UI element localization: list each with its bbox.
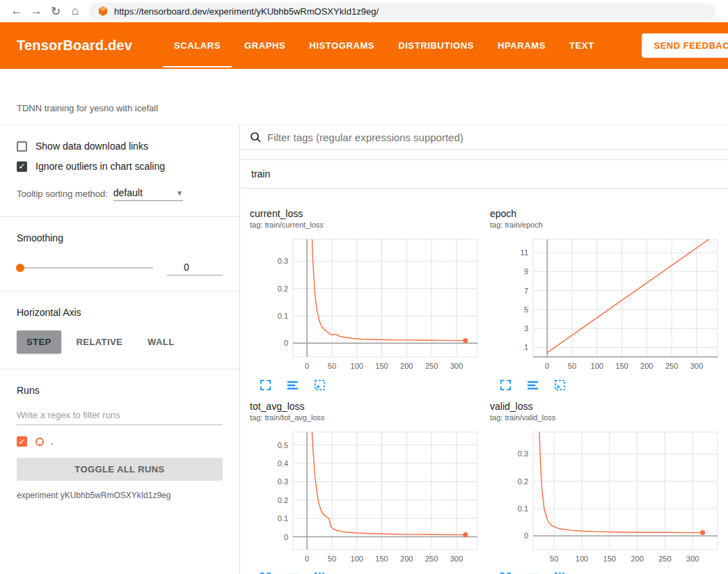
- svg-text:100: 100: [591, 362, 603, 370]
- smoothing-slider[interactable]: [17, 267, 153, 269]
- svg-text:200: 200: [640, 362, 653, 370]
- chart-title: current_loss: [250, 208, 483, 219]
- tag-filter-row: [240, 125, 728, 150]
- svg-text:250: 250: [665, 362, 678, 370]
- nav-tabs: SCALARS GRAPHS HISTOGRAMS DISTRIBUTIONS …: [163, 22, 607, 69]
- svg-text:150: 150: [375, 555, 388, 563]
- tooltip-sorting-dropdown[interactable]: default ▼: [113, 187, 183, 201]
- chart-card: valid_loss tag: train/valid_loss 5010015…: [490, 401, 723, 574]
- svg-text:0.3: 0.3: [278, 257, 288, 265]
- line-chart[interactable]: 0501001502002503001357911: [490, 236, 723, 375]
- svg-text:0: 0: [305, 362, 309, 370]
- settings-sidebar: Show data download links ✓ Ignore outlie…: [0, 125, 240, 574]
- url-text: https://tensorboard.dev/experiment/yKUbh…: [114, 6, 379, 17]
- show-download-links-checkbox[interactable]: Show data download links: [17, 141, 223, 152]
- reload-icon[interactable]: ↻: [46, 4, 65, 19]
- svg-text:50: 50: [328, 555, 336, 563]
- fit-domain-icon[interactable]: [314, 379, 326, 391]
- home-icon[interactable]: ⌂: [65, 4, 85, 18]
- svg-text:150: 150: [615, 362, 628, 370]
- fit-domain-icon[interactable]: [554, 379, 566, 391]
- tag-filter-input[interactable]: [267, 131, 718, 143]
- back-icon[interactable]: ←: [7, 4, 26, 18]
- tab-distributions[interactable]: DISTRIBUTIONS: [387, 22, 485, 69]
- tensorboard-favicon: [97, 6, 109, 17]
- runs-filter-input[interactable]: [17, 406, 223, 425]
- address-bar[interactable]: https://tensorboard.dev/experiment/yKUbh…: [89, 3, 715, 19]
- slider-thumb[interactable]: [16, 264, 24, 272]
- svg-text:0.1: 0.1: [278, 312, 288, 320]
- chart-tag: tag: train/current_loss: [250, 221, 483, 229]
- tensorboard-logo[interactable]: TensorBoard.dev: [17, 38, 132, 54]
- svg-text:0: 0: [524, 532, 528, 540]
- app-header: TensorBoard.dev SCALARS GRAPHS HISTOGRAM…: [0, 22, 728, 69]
- svg-text:0.3: 0.3: [518, 449, 528, 458]
- tab-text[interactable]: TEXT: [558, 22, 606, 69]
- runs-label: Runs: [17, 385, 223, 396]
- svg-text:0: 0: [545, 362, 549, 370]
- svg-text:0: 0: [284, 339, 288, 347]
- svg-text:250: 250: [658, 555, 671, 563]
- send-feedback-button[interactable]: SEND FEEDBACK: [642, 33, 728, 58]
- svg-text:250: 250: [425, 555, 438, 563]
- chevron-down-icon: ▼: [176, 189, 183, 197]
- expand-chart-icon[interactable]: [260, 379, 271, 391]
- svg-text:11: 11: [521, 248, 528, 257]
- checkbox-label: Ignore outliers in chart scaling: [35, 161, 165, 172]
- experiment-title: TDNN training for yesno with icefall: [17, 103, 158, 113]
- tab-hparams[interactable]: HPARAMS: [486, 22, 557, 69]
- tag-group-title: train: [251, 168, 270, 180]
- search-icon: [250, 131, 262, 143]
- tab-graphs[interactable]: GRAPHS: [233, 22, 296, 69]
- chart-title: tot_avg_loss: [250, 401, 483, 412]
- chart-card: tot_avg_loss tag: train/tot_avg_loss 050…: [250, 401, 483, 574]
- checkbox-checked-icon: ✓: [17, 161, 27, 172]
- svg-text:0.5: 0.5: [278, 441, 288, 449]
- experiment-title-bar: TDNN training for yesno with icefall: [0, 69, 728, 125]
- expand-chart-icon[interactable]: [500, 379, 512, 391]
- tab-histograms[interactable]: HISTOGRAMS: [298, 22, 386, 69]
- toggle-all-runs-button[interactable]: TOGGLE ALL RUNS: [17, 458, 223, 481]
- smoothing-label: Smoothing: [17, 232, 223, 244]
- svg-text:0.1: 0.1: [518, 504, 528, 513]
- run-checkbox-icon[interactable]: ✓: [17, 436, 27, 447]
- svg-text:0.1: 0.1: [278, 514, 288, 523]
- svg-text:300: 300: [450, 555, 463, 563]
- svg-text:3: 3: [524, 324, 528, 333]
- experiment-id-note: experiment yKUbhb5wRmOSXYkId1z9eg: [17, 491, 223, 500]
- svg-text:0.4: 0.4: [278, 459, 288, 468]
- forward-icon[interactable]: →: [26, 4, 46, 18]
- svg-text:50: 50: [568, 362, 576, 370]
- svg-text:9: 9: [524, 267, 528, 276]
- axis-relative-button[interactable]: RELATIVE: [67, 330, 133, 353]
- svg-text:100: 100: [576, 555, 588, 563]
- axis-step-button[interactable]: STEP: [17, 330, 61, 353]
- tag-group-card: train current_loss tag: train/current_lo…: [240, 159, 728, 574]
- checkbox-unchecked-icon: [17, 141, 27, 152]
- toggle-y-axis-icon[interactable]: [287, 379, 299, 391]
- line-chart[interactable]: 5010015020025030000.10.20.3: [490, 429, 723, 568]
- svg-text:300: 300: [690, 362, 703, 370]
- toggle-y-axis-icon[interactable]: [527, 379, 539, 391]
- svg-text:50: 50: [328, 362, 336, 370]
- ignore-outliers-checkbox[interactable]: ✓ Ignore outliers in chart scaling: [17, 161, 223, 172]
- line-chart[interactable]: 05010015020025030000.10.20.30.40.5: [250, 429, 483, 568]
- horizontal-axis-label: Horizontal Axis: [17, 307, 223, 318]
- axis-wall-button[interactable]: WALL: [138, 330, 184, 353]
- svg-text:1: 1: [524, 343, 528, 351]
- line-chart[interactable]: 05010015020025030000.10.20.3: [250, 236, 483, 375]
- chart-title: epoch: [490, 208, 723, 219]
- tab-scalars[interactable]: SCALARS: [163, 22, 232, 69]
- chart-card: current_loss tag: train/current_loss 050…: [250, 208, 483, 391]
- run-name: .: [51, 436, 54, 447]
- chart-title: valid_loss: [490, 401, 723, 412]
- chart-tag: tag: train/epoch: [490, 221, 723, 229]
- dropdown-value: default: [113, 187, 143, 198]
- tag-group-header-train[interactable]: train: [240, 160, 728, 189]
- chart-card: epoch tag: train/epoch 05010015020025030…: [490, 208, 723, 391]
- run-list-item[interactable]: ✓ .: [17, 436, 223, 447]
- svg-text:50: 50: [550, 555, 558, 563]
- run-color-swatch-icon: [35, 438, 44, 446]
- svg-text:200: 200: [400, 555, 413, 563]
- smoothing-value-input[interactable]: [167, 260, 223, 276]
